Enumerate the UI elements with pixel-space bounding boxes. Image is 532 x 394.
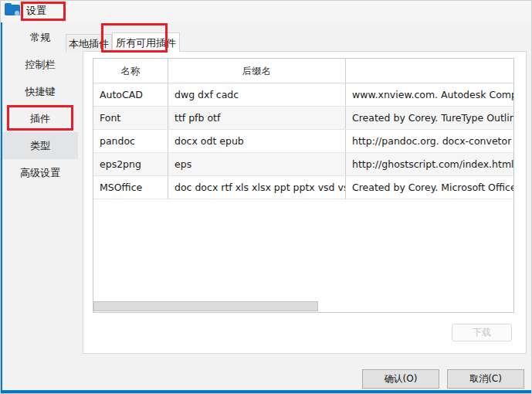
table-row[interactable]: pandoc docx odt epub http://pandoc.org. … bbox=[93, 130, 513, 153]
cell-name: AutoCAD bbox=[93, 83, 168, 106]
table-header-row: 名称 后缀名 bbox=[93, 59, 513, 83]
sidebar-item-types[interactable]: 类型 bbox=[2, 132, 78, 159]
cell-description: http://ghostscript.com/index.html. Enc bbox=[346, 153, 514, 175]
table-row[interactable]: MSOffice doc docx rtf xls xlsx ppt pptx … bbox=[93, 176, 513, 199]
plugins-table: 名称 后缀名 AutoCAD dwg dxf cadc www.xnview.c… bbox=[93, 58, 514, 313]
horizontal-scrollbar[interactable] bbox=[93, 301, 513, 312]
app-icon bbox=[5, 3, 22, 17]
window-title: 设置 bbox=[26, 4, 46, 18]
confirm-button[interactable]: 确认(O) bbox=[362, 369, 439, 389]
cell-description: Created by Corey. Microsoft Office Dc bbox=[346, 176, 514, 199]
cell-extensions: docx odt epub bbox=[168, 130, 346, 152]
settings-dialog: 设置 常规 控制栏 快捷键 插件 类型 高级设置 本地插件 所有可用插件 名称 … bbox=[0, 0, 532, 394]
plugins-panel: 名称 后缀名 AutoCAD dwg dxf cadc www.xnview.c… bbox=[83, 51, 527, 354]
table-row[interactable]: Font ttf pfb otf Created by Corey. TureT… bbox=[93, 107, 513, 130]
sidebar-item-advanced[interactable]: 高级设置 bbox=[2, 159, 78, 186]
cell-extensions: eps bbox=[168, 153, 346, 175]
cell-description: www.xnview.com. Autodesk Computer bbox=[346, 83, 514, 106]
titlebar: 设置 bbox=[1, 1, 532, 22]
window-accent-border-bottom bbox=[1, 390, 532, 393]
cell-name: pandoc bbox=[93, 130, 168, 152]
cell-extensions: ttf pfb otf bbox=[168, 107, 346, 129]
column-header-extension[interactable]: 后缀名 bbox=[168, 59, 346, 83]
cell-description: http://pandoc.org. docx-convetor is fa bbox=[346, 130, 514, 152]
column-header-description[interactable] bbox=[346, 59, 514, 83]
cell-name: Font bbox=[93, 107, 168, 129]
cell-extensions: doc docx rtf xls xlsx ppt pptx vsd vsdx bbox=[168, 176, 346, 199]
table-row[interactable]: eps2png eps http://ghostscript.com/index… bbox=[93, 153, 513, 176]
sidebar-item-plugins[interactable]: 插件 bbox=[2, 105, 78, 132]
cell-name: eps2png bbox=[93, 153, 168, 175]
sidebar-item-shortcuts[interactable]: 快捷键 bbox=[2, 78, 78, 105]
tab-local-plugins[interactable]: 本地插件 bbox=[66, 34, 112, 52]
sidebar-item-controlbar[interactable]: 控制栏 bbox=[2, 51, 78, 78]
cancel-button[interactable]: 取消(C) bbox=[447, 369, 524, 389]
cell-extensions: dwg dxf cadc bbox=[168, 83, 346, 106]
tab-all-available-plugins[interactable]: 所有可用插件 bbox=[112, 32, 180, 52]
cell-description: Created by Corey. TureType Outlines, bbox=[346, 107, 514, 129]
download-button[interactable]: 下载 bbox=[452, 324, 512, 341]
horizontal-scrollbar-thumb[interactable] bbox=[93, 301, 318, 311]
column-header-name[interactable]: 名称 bbox=[93, 59, 168, 83]
cell-name: MSOffice bbox=[93, 176, 168, 199]
table-row[interactable]: AutoCAD dwg dxf cadc www.xnview.com. Aut… bbox=[93, 83, 513, 107]
